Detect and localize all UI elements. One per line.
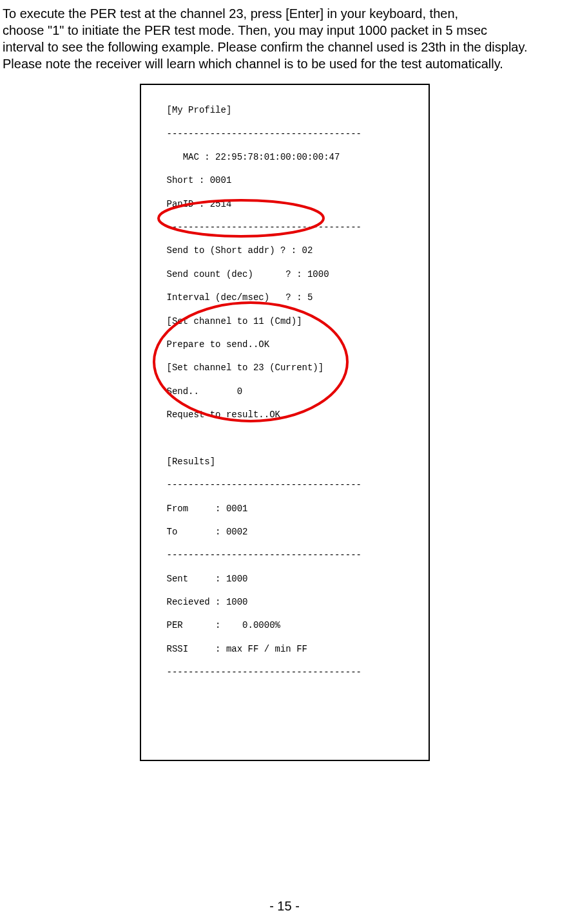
terminal-line: ------------------------------------ (167, 549, 422, 561)
terminal-line: ------------------------------------ (167, 666, 422, 678)
terminal-line: RSSI : max FF / min FF (167, 643, 422, 655)
intro-line: interval to see the following example. P… (3, 39, 566, 55)
terminal-line: Send.. 0 (167, 386, 422, 397)
terminal-line: Request to result..OK (167, 409, 422, 420)
terminal-line: From : 0001 (167, 503, 422, 514)
terminal-line: PanID : 2514 (167, 198, 422, 210)
terminal-line: Prepare to send..OK (167, 339, 422, 350)
intro-paragraph: To execute the PER test at the channel 2… (0, 0, 569, 72)
terminal-line: ------------------------------------ (167, 222, 422, 233)
terminal-line: ------------------------------------ (167, 128, 422, 140)
terminal-line: Send to (Short addr) ? : 02 (167, 245, 422, 256)
terminal-line: [My Profile] (167, 104, 422, 116)
terminal-line: MAC : 22:95:78:01:00:00:00:47 (167, 151, 422, 163)
terminal-line: Send count (dec) ? : 1000 (167, 269, 422, 280)
terminal-line: Sent : 1000 (167, 573, 422, 585)
terminal-output-box: [My Profile] ---------------------------… (140, 84, 430, 761)
page-number: - 15 - (0, 899, 569, 914)
terminal-line: PER : 0.0000% (167, 619, 422, 631)
intro-line: Please note the receiver will learn whic… (3, 55, 566, 72)
intro-line: To execute the PER test at the channel 2… (3, 5, 566, 22)
terminal-line: ------------------------------------ (167, 479, 422, 491)
terminal-line: Short : 0001 (167, 174, 422, 186)
terminal-line: Interval (dec/msec) ? : 5 (167, 292, 422, 303)
terminal-line: [Results] (167, 456, 422, 467)
terminal-line: [Set channel to 11 (Cmd)] (167, 316, 422, 327)
terminal-line: To : 0002 (167, 526, 422, 538)
terminal-line: Recieved : 1000 (167, 596, 422, 608)
terminal-line: [Set channel to 23 (Current)] (167, 362, 422, 373)
intro-line: choose "1" to initiate the PER test mode… (3, 22, 566, 39)
